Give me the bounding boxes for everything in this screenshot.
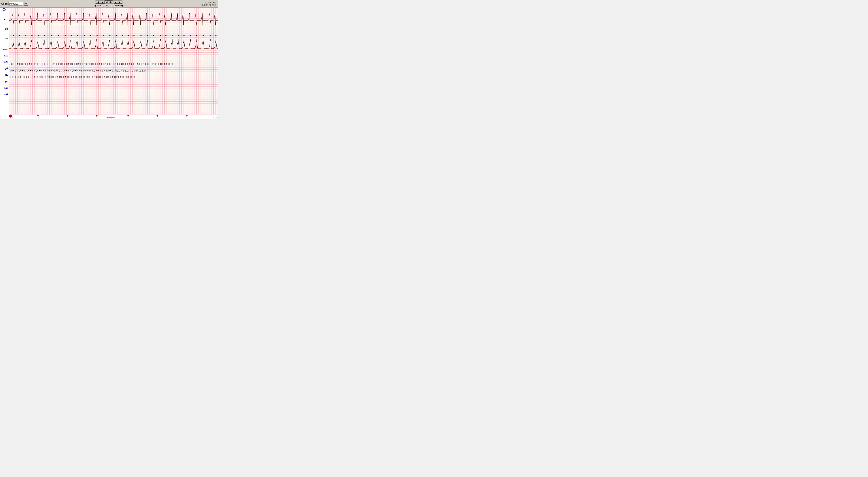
pu1-text: (p)(•) (t) (p)(•) (t) (p)(•) (t t t) (p)… [9, 74, 135, 80]
nav-prev-page[interactable]: ◀ [100, 0, 104, 4]
search-row: ◀ Search Find... Search ▶ [93, 4, 125, 7]
label-circle-row [0, 8, 9, 11]
timeline-label-mid: 00:00:05 [107, 117, 116, 119]
label-v5: V5 [0, 31, 9, 46]
annotation-pu: ((p)(•) ((t)t) ((p)(•) ((t)t) ((p)(•) ((… [9, 61, 218, 67]
labels-col: MLII atr V5 man q1c q2c qt1 qt2 [0, 8, 9, 119]
nav-center: |◀ ◀ ◀ ▶ ▶ ▶| ◀ Search Find... Search ▶ [93, 0, 125, 7]
pu-text: ((p)(•) ((t)t) ((p)(•) ((t)t) ((p)(•) ((… [9, 61, 173, 67]
timeline-marker-5 [157, 116, 158, 117]
label-mlii: MLII [0, 11, 9, 26]
label-pu0: pu0 [0, 85, 9, 91]
label-qt2: qt2 [0, 71, 9, 78]
timeline-marker-6 [186, 116, 188, 117]
ecg-container: MLII atr V5 man q1c q2c qt1 qt2 [0, 8, 218, 119]
annotation-pu1: (p)(•) (t) (p)(•) (t) (p)(•) (t t t) (p)… [9, 74, 218, 80]
find-button[interactable]: Find... [105, 4, 113, 7]
label-q1c: q1c [0, 53, 9, 59]
nav-arrows: |◀ ◀ ◀ ▶ ▶ ▶| [96, 0, 122, 4]
timeline-marker-1 [37, 116, 39, 117]
timeline-marker-2 [67, 116, 68, 117]
goto-input[interactable] [8, 2, 24, 5]
goto-section: Go to: ↵ [1, 2, 28, 5]
grid-area[interactable]: ((p)(•) ((t)t) ((p)(•) ((t)t) ((p)(•) ((… [9, 8, 218, 119]
info-time: 00:00:02.095 [201, 4, 216, 6]
timeline-label-end: 00:00:10 [211, 117, 218, 119]
pu0-text: (p)(•) (t t) (p)(•) (t) (p)(•) (t t) (p)… [9, 67, 146, 74]
timeline-label-start: 00:00:00 [9, 117, 14, 119]
info-path: ../1.0.0/sel100 [201, 1, 216, 4]
label-man: man [0, 46, 9, 53]
nav-last[interactable]: ▶| [118, 0, 122, 4]
label-atr: atr [0, 26, 9, 31]
annotation-pu0: (p)(•) (t t) (p)(•) (t) (p)(•) (t t) (p)… [9, 67, 218, 74]
circle-indicator [3, 8, 5, 11]
search-right-button[interactable]: Search ▶ [114, 4, 125, 7]
label-pu: pu [0, 78, 9, 85]
label-qt1: qt1 [0, 65, 9, 71]
search-left-button[interactable]: ◀ Search [93, 4, 104, 7]
label-bottom [0, 98, 9, 119]
nav-first[interactable]: |◀ [96, 0, 100, 4]
nav-next[interactable]: ▶ [109, 0, 113, 4]
info-section: ../1.0.0/sel100 00:00:02.095 [201, 1, 216, 6]
timeline-marker-3 [96, 116, 97, 117]
label-q2c: q2c [0, 59, 9, 65]
toolbar: Go to: ↵ |◀ ◀ ◀ ▶ ▶ ▶| ◀ Search Find... … [0, 0, 218, 8]
timeline-marker-4 [127, 116, 129, 117]
nav-next-page[interactable]: ▶ [114, 0, 118, 4]
goto-label: Go to: [1, 3, 8, 5]
nav-prev[interactable]: ◀ [104, 0, 109, 4]
goto-button[interactable]: ↵ [24, 2, 28, 5]
label-pu1: pu1 [0, 91, 9, 98]
timeline: 00:00:00 00:00:05 00:00:10 [9, 115, 218, 119]
